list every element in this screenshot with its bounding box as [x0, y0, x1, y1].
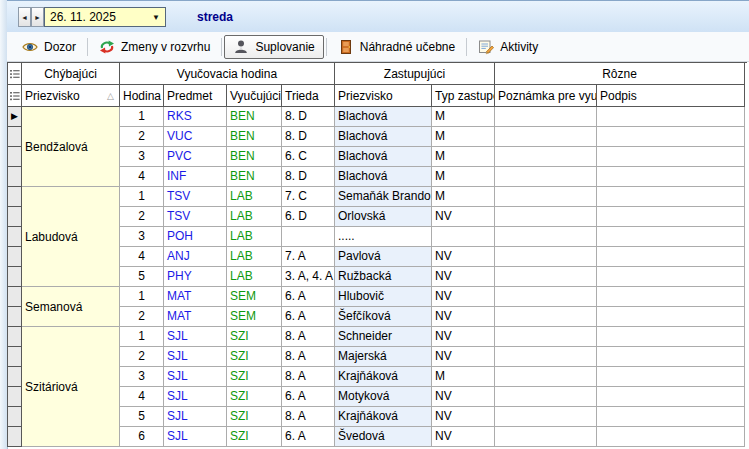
cell-trieda[interactable]: 6. A	[282, 307, 335, 327]
cell-hodina[interactable]: 5	[120, 267, 164, 287]
row-selector[interactable]	[8, 267, 22, 287]
cell-trieda[interactable]: 6. D	[282, 207, 335, 227]
cell-poznamka[interactable]	[495, 127, 597, 147]
row-selector[interactable]	[8, 127, 22, 147]
cell-typ-zastupovania[interactable]: NV	[432, 207, 495, 227]
cell-predmet[interactable]: VUC	[164, 127, 227, 147]
cell-poznamka[interactable]	[495, 427, 597, 447]
cell-hodina[interactable]: 2	[120, 307, 164, 327]
cell-typ-zastupovania[interactable]: NV	[432, 427, 495, 447]
cell-zastupujuci[interactable]: Majerská	[335, 347, 432, 367]
cell-missing-teacher[interactable]: Bendžalová	[22, 107, 120, 187]
cell-vyucujuci[interactable]: SZI	[227, 367, 282, 387]
cell-predmet[interactable]: SJL	[164, 407, 227, 427]
cell-missing-teacher[interactable]: Szitáriová	[22, 327, 120, 447]
column-header-poznamka[interactable]: Poznámka pre vyučuj	[495, 85, 597, 107]
row-selector[interactable]	[8, 247, 22, 267]
cell-podpis[interactable]	[597, 407, 745, 427]
cell-podpis[interactable]	[597, 107, 745, 127]
cell-hodina[interactable]: 2	[120, 127, 164, 147]
row-selector[interactable]	[8, 407, 22, 427]
cell-hodina[interactable]: 3	[120, 147, 164, 167]
row-selector[interactable]	[8, 367, 22, 387]
cell-trieda[interactable]: 8. A	[282, 327, 335, 347]
tab-nahradne-ucebne[interactable]: Náhradné učebne	[329, 35, 464, 59]
cell-poznamka[interactable]	[495, 107, 597, 127]
cell-typ-zastupovania[interactable]: NV	[432, 407, 495, 427]
header-corner-cell[interactable]	[8, 85, 22, 107]
cell-typ-zastupovania[interactable]: NV	[432, 347, 495, 367]
cell-podpis[interactable]	[597, 427, 745, 447]
row-selector[interactable]	[8, 167, 22, 187]
cell-typ-zastupovania[interactable]: M	[432, 187, 495, 207]
cell-poznamka[interactable]	[495, 307, 597, 327]
cell-hodina[interactable]: 3	[120, 227, 164, 247]
cell-poznamka[interactable]	[495, 367, 597, 387]
cell-predmet[interactable]: ANJ	[164, 247, 227, 267]
cell-podpis[interactable]	[597, 127, 745, 147]
cell-poznamka[interactable]	[495, 167, 597, 187]
cell-predmet[interactable]: MAT	[164, 287, 227, 307]
cell-podpis[interactable]	[597, 387, 745, 407]
row-selector[interactable]	[8, 347, 22, 367]
cell-trieda[interactable]: 8. A	[282, 407, 335, 427]
cell-vyucujuci[interactable]: LAB	[227, 227, 282, 247]
cell-poznamka[interactable]	[495, 407, 597, 427]
cell-hodina[interactable]: 5	[120, 407, 164, 427]
cell-vyucujuci[interactable]: SZI	[227, 427, 282, 447]
cell-zastupujuci[interactable]: Blachová	[335, 127, 432, 147]
previous-day-button[interactable]: ◄	[18, 7, 31, 27]
tab-suplovanie[interactable]: Suplovanie	[224, 35, 323, 59]
cell-typ-zastupovania[interactable]: NV	[432, 287, 495, 307]
cell-zastupujuci[interactable]: Schneider	[335, 327, 432, 347]
cell-vyucujuci[interactable]: BEN	[227, 107, 282, 127]
tab-dozor[interactable]: Dozor	[13, 35, 85, 59]
cell-trieda[interactable]: 6. A	[282, 287, 335, 307]
cell-predmet[interactable]: POH	[164, 227, 227, 247]
header-corner-cell[interactable]	[8, 63, 22, 85]
cell-predmet[interactable]: TSV	[164, 187, 227, 207]
next-day-button[interactable]: ►	[31, 7, 44, 27]
cell-poznamka[interactable]	[495, 327, 597, 347]
cell-vyucujuci[interactable]: LAB	[227, 247, 282, 267]
cell-trieda[interactable]: 8. D	[282, 127, 335, 147]
cell-predmet[interactable]: INF	[164, 167, 227, 187]
cell-vyucujuci[interactable]: SZI	[227, 347, 282, 367]
row-selector[interactable]	[8, 187, 22, 207]
cell-vyucujuci[interactable]: LAB	[227, 187, 282, 207]
cell-podpis[interactable]	[597, 327, 745, 347]
cell-podpis[interactable]	[597, 227, 745, 247]
cell-typ-zastupovania[interactable]: NV	[432, 307, 495, 327]
cell-zastupujuci[interactable]: Pavlová	[335, 247, 432, 267]
cell-trieda[interactable]: 6. A	[282, 427, 335, 447]
cell-hodina[interactable]: 4	[120, 247, 164, 267]
cell-vyucujuci[interactable]: BEN	[227, 147, 282, 167]
cell-hodina[interactable]: 1	[120, 187, 164, 207]
cell-predmet[interactable]: SJL	[164, 327, 227, 347]
cell-hodina[interactable]: 1	[120, 287, 164, 307]
cell-poznamka[interactable]	[495, 147, 597, 167]
column-header-priezvisko-missing[interactable]: Priezvisko △	[22, 85, 120, 107]
tab-aktivity[interactable]: Aktivity	[469, 35, 547, 59]
cell-hodina[interactable]: 2	[120, 347, 164, 367]
cell-typ-zastupovania[interactable]	[432, 227, 495, 247]
cell-hodina[interactable]: 4	[120, 387, 164, 407]
cell-poznamka[interactable]	[495, 247, 597, 267]
cell-vyucujuci[interactable]: SZI	[227, 407, 282, 427]
cell-zastupujuci[interactable]: Krajňáková	[335, 367, 432, 387]
cell-trieda[interactable]: 6. A	[282, 387, 335, 407]
cell-hodina[interactable]: 3	[120, 367, 164, 387]
cell-poznamka[interactable]	[495, 227, 597, 247]
cell-poznamka[interactable]	[495, 187, 597, 207]
cell-vyucujuci[interactable]: SEM	[227, 287, 282, 307]
row-selector[interactable]	[8, 387, 22, 407]
cell-predmet[interactable]: PHY	[164, 267, 227, 287]
cell-poznamka[interactable]	[495, 287, 597, 307]
cell-poznamka[interactable]	[495, 347, 597, 367]
row-selector[interactable]	[8, 147, 22, 167]
cell-trieda[interactable]: 7. C	[282, 187, 335, 207]
cell-podpis[interactable]	[597, 267, 745, 287]
cell-zastupujuci[interactable]: Blachová	[335, 147, 432, 167]
cell-typ-zastupovania[interactable]: NV	[432, 267, 495, 287]
cell-predmet[interactable]: SJL	[164, 367, 227, 387]
